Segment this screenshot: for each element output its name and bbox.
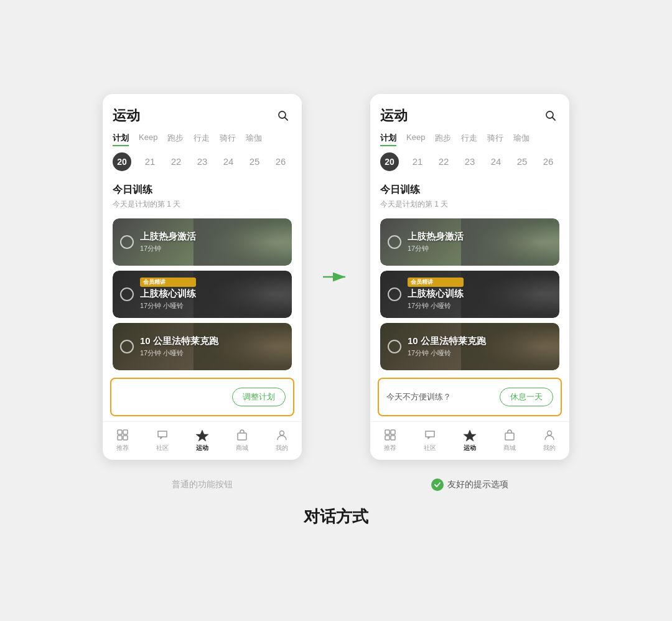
right-workout-meta-2: 17分钟 小哑铃 [408, 301, 464, 310]
right-tab-yoga[interactable]: 瑜伽 [513, 133, 530, 146]
right-tab-run[interactable]: 跑步 [435, 133, 451, 146]
hint-text: 今天不方便训练？ [386, 391, 451, 403]
left-tab-plan[interactable]: 计划 [113, 133, 129, 146]
svg-marker-6 [196, 430, 208, 441]
workout-meta-1: 17分钟 [140, 244, 196, 253]
right-nav-exercise-label: 运动 [464, 444, 476, 452]
left-section-title: 今日训练 [113, 184, 292, 197]
adjust-plan-button[interactable]: 调整计划 [232, 388, 286, 406]
right-tab-cycle[interactable]: 骑行 [487, 133, 503, 146]
check-circle-icon [431, 479, 444, 491]
card-checkbox-3[interactable] [120, 340, 134, 353]
right-workout-card-1[interactable]: 上肢热身激活 17分钟 [380, 218, 559, 266]
left-nav-recommend[interactable]: 推荐 [116, 428, 129, 452]
right-phone-header: 运动 [380, 106, 559, 125]
left-date-23[interactable]: 23 [195, 156, 210, 167]
right-date-21[interactable]: 21 [410, 156, 425, 167]
left-date-21[interactable]: 21 [142, 156, 157, 167]
right-date-26[interactable]: 26 [541, 156, 556, 167]
svg-rect-5 [123, 436, 128, 440]
svg-rect-14 [391, 430, 395, 434]
left-nav-profile[interactable]: 我的 [275, 428, 289, 452]
arrow-spacer [320, 479, 352, 491]
workout-meta-2: 17分钟 小哑铃 [140, 301, 196, 310]
rest-day-button[interactable]: 休息一天 [500, 388, 553, 406]
right-search-icon[interactable] [542, 107, 559, 124]
recommend-icon [116, 428, 129, 442]
svg-point-19 [548, 431, 552, 435]
left-date-22[interactable]: 22 [169, 156, 184, 167]
right-workout-title-3: 10 公里法特莱克跑 [408, 335, 486, 347]
right-recommend-icon [383, 428, 397, 442]
left-label: 普通的功能按钮 [103, 479, 302, 491]
labels-row: 普通的功能按钮 友好的提示选项 [103, 479, 569, 491]
left-nav-exercise[interactable]: 运动 [195, 428, 209, 452]
main-title: 对话方式 [304, 506, 368, 528]
right-section-subtitle: 今天是计划的第 1 天 [380, 199, 559, 210]
left-workout-card-1[interactable]: 上肢热身激活 17分钟 [113, 218, 292, 266]
right-nav-shop[interactable]: 商城 [503, 428, 516, 452]
right-phone: 运动 计划 Keep 跑步 行走 骑行 瑜伽 20 [370, 94, 569, 460]
left-section-subtitle: 今天是计划的第 1 天 [113, 199, 292, 210]
right-date-24[interactable]: 24 [488, 156, 503, 167]
right-nav-profile[interactable]: 我的 [543, 428, 556, 452]
left-phone-header: 运动 [113, 106, 292, 125]
svg-rect-16 [391, 436, 395, 440]
left-date-20[interactable]: 20 [113, 152, 131, 171]
left-tab-run[interactable]: 跑步 [167, 133, 184, 146]
right-workout-card-3[interactable]: 10 公里法特莱克跑 17分钟 小哑铃 [380, 323, 559, 370]
right-workout-card-2[interactable]: 会员精讲 上肢核心训练 17分钟 小哑铃 [380, 271, 559, 318]
right-nav-community[interactable]: 社区 [423, 428, 437, 452]
left-nav-shop[interactable]: 商城 [235, 428, 249, 452]
left-nav-tabs: 计划 Keep 跑步 行走 骑行 瑜伽 [113, 133, 292, 146]
left-tab-yoga[interactable]: 瑜伽 [246, 133, 262, 146]
right-date-23[interactable]: 23 [462, 156, 477, 167]
right-card-checkbox-3[interactable] [388, 340, 401, 353]
svg-rect-18 [505, 433, 514, 440]
search-icon[interactable] [274, 107, 292, 124]
right-tab-plan[interactable]: 计划 [380, 133, 396, 146]
left-date-24[interactable]: 24 [221, 156, 236, 167]
right-phone-title: 运动 [380, 106, 408, 125]
left-nav-community-label: 社区 [156, 444, 169, 452]
card-checkbox-2[interactable] [120, 287, 134, 301]
left-nav-recommend-label: 推荐 [116, 444, 129, 452]
profile-icon [275, 428, 289, 442]
right-workout-title-1: 上肢热身激活 [408, 231, 464, 243]
right-date-22[interactable]: 22 [436, 156, 451, 167]
svg-rect-15 [385, 436, 390, 440]
right-nav-exercise[interactable]: 运动 [463, 428, 477, 452]
left-date-26[interactable]: 26 [273, 156, 288, 167]
right-card-checkbox-2[interactable] [388, 287, 401, 301]
left-label-text: 普通的功能按钮 [172, 479, 233, 490]
left-nav-community[interactable]: 社区 [156, 428, 169, 452]
left-workout-card-2[interactable]: 会员精讲 上肢核心训练 17分钟 小哑铃 [113, 271, 292, 318]
left-date-25[interactable]: 25 [247, 156, 262, 167]
left-tab-keep[interactable]: Keep [139, 133, 157, 146]
svg-rect-7 [238, 433, 246, 440]
left-nav-profile-label: 我的 [276, 444, 288, 452]
left-tab-cycle[interactable]: 骑行 [220, 133, 236, 146]
right-tab-walk[interactable]: 行走 [461, 133, 477, 146]
left-phone: 运动 计划 Keep 跑步 行走 骑行 瑜伽 20 [103, 94, 302, 460]
phones-comparison: 运动 计划 Keep 跑步 行走 骑行 瑜伽 20 [103, 94, 569, 460]
right-section-title: 今日训练 [380, 184, 559, 197]
svg-rect-2 [118, 430, 122, 434]
right-bottom-action: 今天不方便训练？ 休息一天 [378, 378, 562, 416]
right-tab-keep[interactable]: Keep [406, 133, 425, 146]
card-checkbox-1[interactable] [120, 235, 134, 249]
left-nav-exercise-label: 运动 [196, 444, 208, 452]
right-date-20[interactable]: 20 [380, 152, 399, 171]
svg-line-1 [285, 117, 288, 120]
left-workout-card-3[interactable]: 10 公里法特莱克跑 17分钟 小哑铃 [113, 323, 292, 370]
right-profile-icon [543, 428, 556, 442]
exercise-icon [195, 428, 209, 442]
right-date-25[interactable]: 25 [515, 156, 530, 167]
right-nav-recommend-label: 推荐 [384, 444, 396, 452]
left-tab-walk[interactable]: 行走 [194, 133, 210, 146]
right-workout-meta-1: 17分钟 [408, 244, 464, 253]
right-nav-recommend[interactable]: 推荐 [383, 428, 397, 452]
right-card-checkbox-1[interactable] [388, 235, 401, 249]
right-nav-profile-label: 我的 [543, 444, 556, 452]
left-nav-shop-label: 商城 [236, 444, 248, 452]
